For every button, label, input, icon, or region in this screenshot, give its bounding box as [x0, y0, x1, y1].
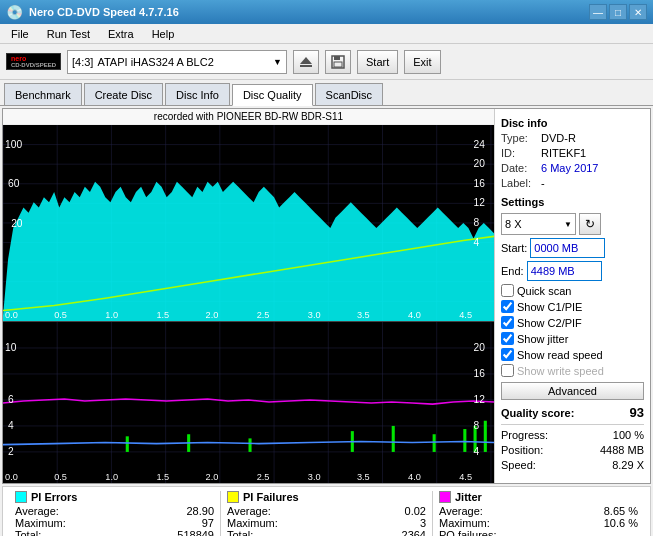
svg-text:12: 12	[474, 394, 486, 405]
svg-text:20: 20	[474, 342, 486, 353]
svg-text:4.5: 4.5	[459, 472, 472, 482]
chart-title: recorded with PIONEER BD-RW BDR-S11	[3, 109, 494, 125]
quality-score-value: 93	[630, 405, 644, 420]
pi-errors-label: PI Errors	[31, 491, 77, 503]
drive-selector[interactable]: [4:3] ATAPI iHAS324 A BLC2 ▼	[67, 50, 287, 74]
reload-button[interactable]: ↻	[579, 213, 601, 235]
pi-failures-avg-value: 0.02	[366, 505, 426, 517]
tab-scandisc[interactable]: ScanDisc	[315, 83, 383, 105]
title-bar-controls: — □ ✕	[589, 4, 647, 20]
lower-chart: 20 16 12 8 4 10 6 4 2 0.0 0.5 1.0 1.5 2.…	[3, 322, 494, 483]
tab-benchmark[interactable]: Benchmark	[4, 83, 82, 105]
pi-failures-legend-box	[227, 491, 239, 503]
pi-errors-legend-box	[15, 491, 27, 503]
window-title: Nero CD-DVD Speed 4.7.7.16	[29, 6, 179, 18]
svg-text:2: 2	[8, 446, 14, 457]
jitter-label: Jitter	[455, 491, 482, 503]
settings-title: Settings	[501, 196, 644, 208]
separator	[501, 424, 644, 425]
svg-rect-4	[334, 62, 342, 67]
tab-disc-info[interactable]: Disc Info	[165, 83, 230, 105]
jitter-po-value: -	[578, 529, 638, 536]
show-c2pif-checkbox[interactable]	[501, 316, 514, 329]
pi-failures-max: Maximum: 3	[227, 517, 426, 529]
svg-text:20: 20	[474, 158, 486, 169]
position-row: Position: 4488 MB	[501, 444, 644, 456]
advanced-button[interactable]: Advanced	[501, 382, 644, 400]
show-c1pie-label: Show C1/PIE	[517, 301, 582, 313]
exit-button[interactable]: Exit	[404, 50, 440, 74]
chart-area: recorded with PIONEER BD-RW BDR-S11	[3, 109, 495, 483]
minimize-button[interactable]: —	[589, 4, 607, 20]
disc-type-value: DVD-R	[541, 132, 576, 144]
progress-value: 100 %	[613, 429, 644, 441]
disc-date-row: Date: 6 May 2017	[501, 162, 644, 174]
start-label: Start:	[501, 242, 527, 254]
quality-score-label: Quality score:	[501, 407, 574, 419]
pi-errors-max-label: Maximum:	[15, 517, 66, 529]
pi-errors-section: PI Errors Average: 28.90 Maximum: 97 Tot…	[9, 491, 221, 536]
svg-text:2.5: 2.5	[257, 310, 270, 320]
jitter-max: Maximum: 10.6 %	[439, 517, 638, 529]
nero-logo: nero CD·DVD/SPEED	[6, 53, 61, 70]
show-write-speed-checkbox[interactable]	[501, 364, 514, 377]
upper-chart: 24 20 16 12 8 4 100 60 20 0.0 0.5 1.0 1.…	[3, 125, 494, 322]
upper-chart-svg: 24 20 16 12 8 4 100 60 20 0.0 0.5 1.0 1.…	[3, 125, 494, 321]
speed-reading-row: Speed: 8.29 X	[501, 459, 644, 471]
svg-text:16: 16	[474, 368, 486, 379]
pi-failures-section: PI Failures Average: 0.02 Maximum: 3 Tot…	[221, 491, 433, 536]
speed-dropdown-icon[interactable]: ▼	[564, 220, 572, 229]
app-icon: 💿	[6, 4, 23, 20]
menu-run-test[interactable]: Run Test	[44, 27, 93, 41]
speed-value: 8 X	[505, 218, 564, 230]
tab-create-disc[interactable]: Create Disc	[84, 83, 163, 105]
eject-button[interactable]	[293, 50, 319, 74]
stats-bar: PI Errors Average: 28.90 Maximum: 97 Tot…	[2, 486, 651, 536]
disc-date-value: 6 May 2017	[541, 162, 598, 174]
svg-rect-61	[249, 438, 252, 452]
show-c1pie-checkbox[interactable]	[501, 300, 514, 313]
svg-text:10: 10	[5, 342, 17, 353]
drive-label: [4:3]	[72, 56, 93, 68]
svg-text:6: 6	[8, 394, 14, 405]
quick-scan-label: Quick scan	[517, 285, 571, 297]
menu-file[interactable]: File	[8, 27, 32, 41]
tab-disc-quality[interactable]: Disc Quality	[232, 84, 313, 106]
quick-scan-checkbox[interactable]	[501, 284, 514, 297]
position-label: Position:	[501, 444, 543, 456]
disc-label-label: Label:	[501, 177, 537, 189]
svg-text:0.5: 0.5	[54, 472, 67, 482]
pi-failures-avg-label: Average:	[227, 505, 271, 517]
maximize-button[interactable]: □	[609, 4, 627, 20]
svg-text:8: 8	[474, 420, 480, 431]
lower-chart-svg: 20 16 12 8 4 10 6 4 2 0.0 0.5 1.0 1.5 2.…	[3, 322, 494, 483]
jitter-po-label: PO failures:	[439, 529, 496, 536]
show-jitter-checkbox[interactable]	[501, 332, 514, 345]
drive-dropdown-icon[interactable]: ▼	[273, 57, 282, 67]
speed-selector[interactable]: 8 X ▼	[501, 213, 576, 235]
svg-text:8: 8	[474, 217, 480, 228]
start-input[interactable]	[530, 238, 605, 258]
svg-text:16: 16	[474, 178, 486, 189]
speed-row: 8 X ▼ ↻	[501, 213, 644, 235]
svg-text:2.5: 2.5	[257, 472, 270, 482]
end-input[interactable]	[527, 261, 602, 281]
svg-text:0.5: 0.5	[54, 310, 67, 320]
pi-errors-title: PI Errors	[15, 491, 214, 503]
svg-text:3.0: 3.0	[308, 472, 321, 482]
menu-extra[interactable]: Extra	[105, 27, 137, 41]
pi-errors-total-label: Total:	[15, 529, 41, 536]
chart-container: 24 20 16 12 8 4 100 60 20 0.0 0.5 1.0 1.…	[3, 125, 494, 483]
svg-rect-64	[433, 434, 436, 452]
close-button[interactable]: ✕	[629, 4, 647, 20]
menu-help[interactable]: Help	[149, 27, 178, 41]
disc-type-row: Type: DVD-R	[501, 132, 644, 144]
show-read-speed-checkbox[interactable]	[501, 348, 514, 361]
show-write-speed-label: Show write speed	[517, 365, 604, 377]
save-button[interactable]	[325, 50, 351, 74]
title-bar: 💿 Nero CD-DVD Speed 4.7.7.16 — □ ✕	[0, 0, 653, 24]
svg-rect-63	[392, 426, 395, 452]
position-value: 4488 MB	[600, 444, 644, 456]
start-button[interactable]: Start	[357, 50, 398, 74]
pi-failures-total: Total: 2364	[227, 529, 426, 536]
